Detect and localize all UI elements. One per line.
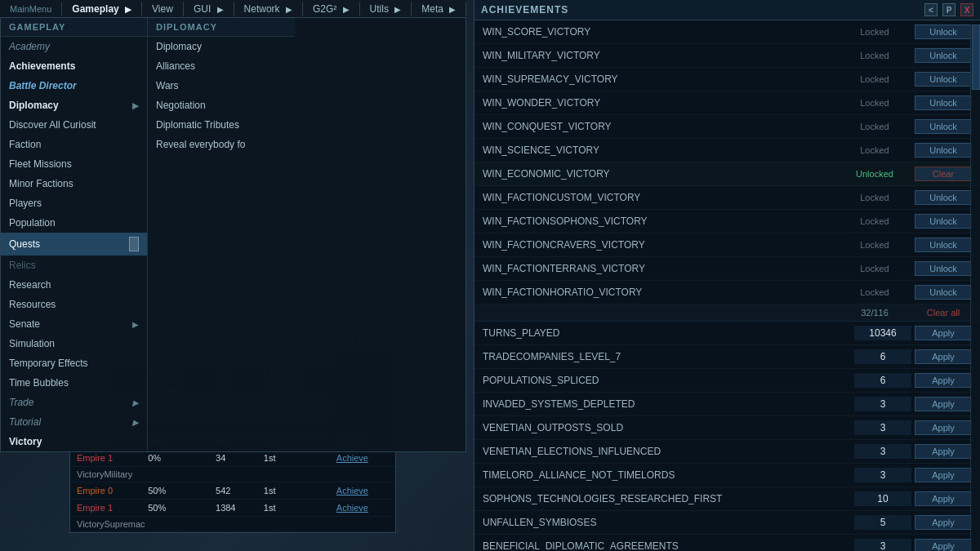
diplomacy-item-diplomacy[interactable]: Diplomacy bbox=[148, 37, 295, 56]
ach-clear-win-economic[interactable]: Clear bbox=[915, 167, 972, 181]
gameplay-item-minor-factions[interactable]: Minor Factions bbox=[1, 174, 147, 193]
ach-unlock-win-conquest[interactable]: Unlock bbox=[915, 119, 972, 134]
menu-network[interactable]: Network ▶ bbox=[234, 2, 303, 16]
ach-unlock-win-military[interactable]: Unlock bbox=[915, 48, 972, 63]
ach-apply-unfallen-symbioses[interactable]: Apply bbox=[915, 515, 972, 530]
gameplay-item-temporary-effects[interactable]: Temporary Effects bbox=[1, 353, 147, 373]
ach-win-supremacy: WIN_SUPREMACY_VICTORY Locked Unlock bbox=[474, 68, 980, 91]
ach-unlock-win-factionhoratio[interactable]: Unlock bbox=[915, 285, 972, 300]
gameplay-item-trade[interactable]: Trade ▶ bbox=[1, 393, 147, 412]
victory-military-empire1: Empire 1 50% 1384 1st Achieve bbox=[70, 500, 395, 517]
gameplay-item-academy[interactable]: Academy bbox=[1, 37, 147, 56]
ach-apply-timelord-alliance[interactable]: Apply bbox=[915, 468, 972, 482]
ach-status-win-economic: Unlocked bbox=[838, 169, 911, 179]
ach-clear-all-top[interactable]: Clear all bbox=[915, 308, 972, 318]
top-menubar: MainMenu Gameplay ▶ View GUI ▶ Network ▶… bbox=[0, 0, 466, 18]
diplomacy-item-negotiation[interactable]: Negotiation bbox=[148, 96, 295, 115]
ach-unlock-win-supremacy[interactable]: Unlock bbox=[915, 72, 972, 87]
menu-view[interactable]: View bbox=[142, 2, 184, 16]
menu-meta[interactable]: Meta ▶ bbox=[412, 2, 466, 16]
ach-apply-beneficial-diplomatic[interactable]: Apply bbox=[915, 539, 972, 551]
gameplay-item-simulation[interactable]: Simulation bbox=[1, 334, 147, 353]
victory-military-empire1-name: Empire 1 bbox=[70, 500, 141, 517]
ach-unlock-win-wonder[interactable]: Unlock bbox=[915, 96, 972, 110]
ach-unlock-win-science[interactable]: Unlock bbox=[915, 143, 972, 158]
achievements-controls: < P X bbox=[924, 3, 973, 16]
ach-venetian-outposts: VENETIAN_OUTPOSTS_SOLD 3 Apply bbox=[474, 416, 980, 440]
menu-gui[interactable]: GUI ▶ bbox=[184, 2, 234, 16]
ach-win-factionsophons: WIN_FACTIONSOPHONS_VICTORY Locked Unlock bbox=[474, 210, 980, 233]
ach-apply-populations-spliced[interactable]: Apply bbox=[915, 373, 972, 388]
gameplay-item-players[interactable]: Players bbox=[1, 193, 147, 213]
ach-status-win-factionsophons: Locked bbox=[838, 216, 911, 226]
gameplay-item-research[interactable]: Research bbox=[1, 275, 147, 295]
gameplay-item-achievements[interactable]: Achievements bbox=[1, 56, 147, 76]
diplomacy-sub-arrow: ▶ bbox=[132, 101, 139, 110]
victory-military-empire1-achieve[interactable]: Achieve bbox=[336, 503, 368, 513]
achievements-pin-btn[interactable]: P bbox=[942, 3, 956, 16]
ach-win-military: WIN_MILITARY_VICTORY Locked Unlock bbox=[474, 44, 980, 68]
menu-utils[interactable]: Utils ▶ bbox=[360, 2, 412, 16]
diplomacy-item-alliances[interactable]: Alliances bbox=[148, 56, 295, 76]
ach-win-economic: WIN_ECONOMIC_VICTORY Unlocked Clear bbox=[474, 162, 980, 186]
menu-g2g[interactable]: G2G² ▶ bbox=[303, 2, 360, 16]
achievements-scrollbar-thumb[interactable] bbox=[972, 24, 980, 90]
ach-name-win-economic: WIN_ECONOMIC_VICTORY bbox=[483, 168, 838, 180]
ach-name-unfallen-symbioses: UNFALLEN_SYMBIOSES bbox=[483, 517, 854, 528]
ach-name-win-factionsophons: WIN_FACTIONSOPHONS_VICTORY bbox=[483, 216, 838, 227]
ach-name-win-factioncustom: WIN_FACTIONCUSTOM_VICTORY bbox=[483, 192, 838, 203]
ach-name-venetian-elections: VENETIAN_ELECTIONS_INFLUENCED bbox=[483, 446, 854, 457]
victory-military-subheader: VictoryMilitary bbox=[70, 467, 395, 482]
ach-apply-venetian-elections[interactable]: Apply bbox=[915, 444, 972, 459]
ach-name-beneficial-diplomatic: BENEFICIAL_DIPLOMATIC_AGREEMENTS bbox=[483, 540, 854, 551]
senate-sub-arrow: ▶ bbox=[132, 320, 139, 329]
ach-value-tradecompanies: 6 bbox=[854, 349, 911, 364]
gameplay-item-discover[interactable]: Discover All Curiosit bbox=[1, 115, 147, 135]
diplomacy-item-diplomatic-tributes[interactable]: Diplomatic Tributes bbox=[148, 115, 295, 135]
victory-military-empire1-pct: 50% bbox=[141, 500, 209, 517]
gameplay-item-time-bubbles[interactable]: Time Bubbles bbox=[1, 373, 147, 393]
gameplay-item-tutorial[interactable]: Tutorial ▶ bbox=[1, 412, 147, 432]
ach-apply-sophons-technologies[interactable]: Apply bbox=[915, 491, 972, 506]
achievements-title: Achievements bbox=[481, 4, 568, 16]
ach-apply-invaded-systems[interactable]: Apply bbox=[915, 397, 972, 411]
gameplay-item-battle-director[interactable]: Battle Director bbox=[1, 76, 147, 96]
dropdown-menus: Gameplay Academy Achievements Battle Dir… bbox=[0, 18, 466, 452]
victory-score-empire1-achieve[interactable]: Achieve bbox=[336, 453, 368, 463]
victory-military-empire0-rank: 1st bbox=[257, 482, 330, 500]
ach-name-win-factioncravers: WIN_FACTIONCRAVERS_VICTORY bbox=[483, 239, 838, 251]
gameplay-item-fleet-missions[interactable]: Fleet Missions bbox=[1, 154, 147, 174]
diplomacy-item-wars[interactable]: Wars bbox=[148, 76, 295, 96]
ach-apply-tradecompanies[interactable]: Apply bbox=[915, 349, 972, 364]
achievements-scrollbar[interactable] bbox=[970, 24, 980, 551]
gameplay-item-victory[interactable]: Victory bbox=[1, 432, 147, 451]
victory-military-empire0-achieve[interactable]: Achieve bbox=[336, 486, 368, 495]
gameplay-item-faction[interactable]: Faction bbox=[1, 135, 147, 154]
victory-supremac-label: VictorySupremac bbox=[70, 517, 395, 532]
gameplay-item-diplomacy[interactable]: Diplomacy ▶ bbox=[1, 96, 147, 115]
ach-apply-venetian-outposts[interactable]: Apply bbox=[915, 420, 972, 435]
ach-status-win-supremacy: Locked bbox=[838, 74, 911, 84]
menu-gameplay[interactable]: Gameplay ▶ bbox=[62, 2, 142, 16]
achievements-close-btn[interactable]: X bbox=[960, 3, 973, 16]
diplomacy-item-reveal[interactable]: Reveal everybody fo bbox=[148, 135, 295, 154]
gameplay-item-population[interactable]: Population bbox=[1, 213, 147, 233]
ach-unlock-win-factionsophons[interactable]: Unlock bbox=[915, 214, 972, 229]
ach-unlock-win-factionterrans[interactable]: Unlock bbox=[915, 261, 972, 276]
gameplay-arrow-icon: ▶ bbox=[125, 5, 131, 14]
gameplay-item-resources[interactable]: Resources bbox=[1, 295, 147, 314]
ach-win-wonder: WIN_WONDER_VICTORY Locked Unlock bbox=[474, 91, 980, 115]
ach-unlock-win-factioncustom[interactable]: Unlock bbox=[915, 190, 972, 205]
gameplay-item-quests[interactable]: Quests bbox=[1, 233, 147, 256]
ach-unlock-win-factioncravers[interactable]: Unlock bbox=[915, 238, 972, 252]
ach-unlock-win-score[interactable]: Unlock bbox=[915, 24, 972, 39]
achievements-list: WIN_SCORE_VICTORY Locked Unlock WIN_MILI… bbox=[474, 20, 980, 551]
victory-military-empire0-pct: 50% bbox=[141, 482, 209, 500]
victory-supremac-subheader: VictorySupremac bbox=[70, 517, 395, 532]
ach-win-factioncustom: WIN_FACTIONCUSTOM_VICTORY Locked Unlock bbox=[474, 186, 980, 210]
ach-apply-turns-played[interactable]: Apply bbox=[915, 326, 972, 340]
gameplay-item-senate[interactable]: Senate ▶ bbox=[1, 314, 147, 334]
ach-timelord-alliance: TIMELORD_ALLIANCE_NOT_TIMELORDS 3 Apply bbox=[474, 464, 980, 487]
achievements-less-btn[interactable]: < bbox=[924, 3, 938, 16]
ach-win-factionhoratio: WIN_FACTIONHORATIO_VICTORY Locked Unlock bbox=[474, 281, 980, 304]
